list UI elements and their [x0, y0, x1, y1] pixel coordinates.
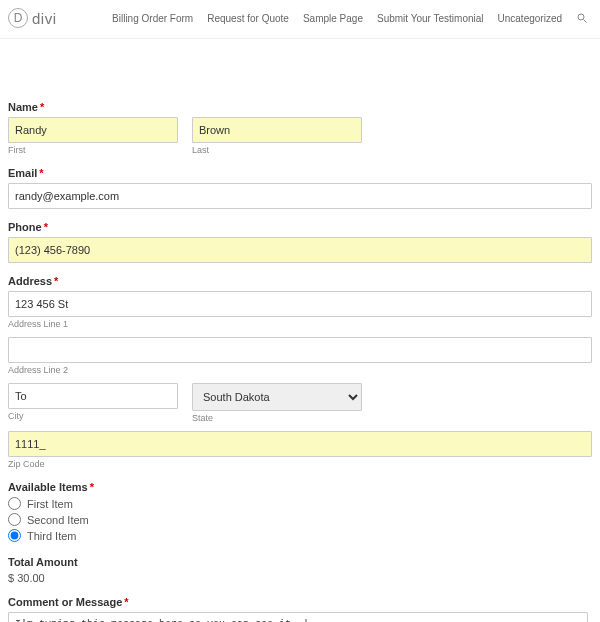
site-logo[interactable]: D divi — [8, 8, 57, 28]
required-marker: * — [54, 275, 58, 287]
zip-sublabel: Zip Code — [8, 459, 592, 469]
top-nav: Billing Order Form Request for Quote Sam… — [112, 12, 588, 24]
radio-label: Second Item — [27, 514, 89, 526]
logo-mark-icon: D — [8, 8, 28, 28]
logo-text: divi — [32, 10, 57, 27]
name-label: Name* — [8, 101, 592, 113]
email-label: Email* — [8, 167, 592, 179]
required-marker: * — [39, 167, 43, 179]
nav-uncategorized[interactable]: Uncategorized — [498, 13, 562, 24]
city-input[interactable] — [8, 383, 178, 409]
required-marker: * — [44, 221, 48, 233]
nav-billing-order-form[interactable]: Billing Order Form — [112, 13, 193, 24]
address-label: Address* — [8, 275, 592, 287]
phone-input[interactable] — [8, 237, 592, 263]
total-amount-value: $ 30.00 — [8, 572, 592, 584]
first-name-sublabel: First — [8, 145, 178, 155]
nav-request-for-quote[interactable]: Request for Quote — [207, 13, 289, 24]
address-line2-sublabel: Address Line 2 — [8, 365, 592, 375]
comment-label: Comment or Message* — [8, 596, 592, 608]
radio-first-item[interactable] — [8, 497, 21, 510]
comment-textarea[interactable] — [8, 612, 588, 622]
radio-label: Third Item — [27, 530, 77, 542]
available-item-option[interactable]: Third Item — [8, 529, 592, 542]
state-sublabel: State — [192, 413, 362, 423]
available-items-label: Available Items* — [8, 481, 592, 493]
available-items-group: First Item Second Item Third Item — [8, 497, 592, 542]
state-select[interactable]: South Dakota — [192, 383, 362, 411]
city-sublabel: City — [8, 411, 178, 421]
available-item-option[interactable]: Second Item — [8, 513, 592, 526]
logo-letter: D — [14, 11, 23, 25]
zip-input[interactable] — [8, 431, 592, 457]
top-header: D divi Billing Order Form Request for Qu… — [0, 0, 600, 39]
radio-label: First Item — [27, 498, 73, 510]
nav-submit-your-testimonial[interactable]: Submit Your Testimonial — [377, 13, 484, 24]
radio-third-item[interactable] — [8, 529, 21, 542]
svg-line-1 — [584, 20, 587, 23]
last-name-input[interactable] — [192, 117, 362, 143]
nav-sample-page[interactable]: Sample Page — [303, 13, 363, 24]
required-marker: * — [124, 596, 128, 608]
search-icon[interactable] — [576, 12, 588, 24]
address-line2-input[interactable] — [8, 337, 592, 363]
available-item-option[interactable]: First Item — [8, 497, 592, 510]
total-amount-label: Total Amount — [8, 556, 592, 568]
first-name-input[interactable] — [8, 117, 178, 143]
last-name-sublabel: Last — [192, 145, 362, 155]
billing-form: Name* First Last Email* Phone* Address* … — [0, 39, 600, 622]
address-line1-input[interactable] — [8, 291, 592, 317]
required-marker: * — [40, 101, 44, 113]
svg-point-0 — [578, 14, 584, 20]
phone-label: Phone* — [8, 221, 592, 233]
required-marker: * — [90, 481, 94, 493]
email-input[interactable] — [8, 183, 592, 209]
radio-second-item[interactable] — [8, 513, 21, 526]
address-line1-sublabel: Address Line 1 — [8, 319, 592, 329]
